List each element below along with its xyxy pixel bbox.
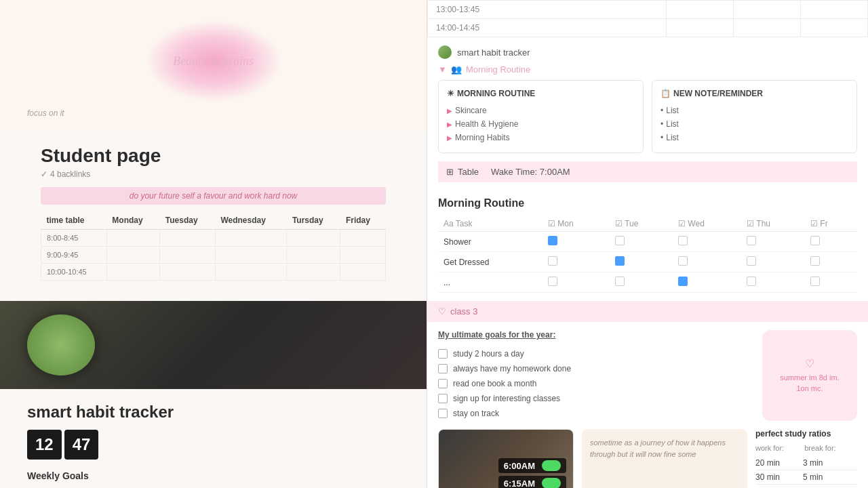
shower-tue-checkbox[interactable] <box>615 236 625 245</box>
break-label: break for: <box>804 444 835 452</box>
morning-table-section: Morning Routine Aa Task ☑ Mon ☑ Tue <box>427 197 868 301</box>
cell-3-thu[interactable] <box>287 264 340 281</box>
time-slot-2: 9:00-9:45 <box>41 247 107 264</box>
goals-list: My ultimate goals for the year: study 2 … <box>438 330 751 421</box>
cell-2-fri[interactable] <box>340 247 386 264</box>
class3-label: class 3 <box>450 306 477 317</box>
shower-tue-cell[interactable] <box>610 232 673 252</box>
timetable-col-monday: Monday <box>106 211 159 230</box>
dressed-wed-cell[interactable] <box>673 252 741 272</box>
class3-header: ♡ class 3 <box>427 301 868 322</box>
other-wed-cell[interactable] <box>673 272 741 293</box>
table-label-wake: Table <box>458 167 479 177</box>
ratio-row-2: 30 min 5 min <box>755 470 857 485</box>
habit-avatar <box>438 45 452 59</box>
schedule-cell-1-1 <box>667 1 734 19</box>
cell-2-wed[interactable] <box>215 247 286 264</box>
time-minutes: 47 <box>64 430 99 460</box>
student-page-section: Student page ✓ 4 backlinks do your futur… <box>0 131 427 301</box>
dressed-mon-checkbox[interactable] <box>548 256 557 266</box>
morning-routine-card: ☀ MORNING ROUTINE ▶ Skincare ▶ Health & … <box>438 80 644 153</box>
other-tue-cell[interactable] <box>610 272 673 293</box>
time-slot-3: 10:00-10:45 <box>41 264 107 281</box>
shower-fr-checkbox[interactable] <box>810 236 820 245</box>
timetable-row-1: 8:00-8:45 <box>41 230 386 247</box>
schedule-time-1: 13:00-13:45 <box>428 1 667 19</box>
right-panel: 13:00-13:45 14:00-14:45 smart habit trac… <box>427 0 868 488</box>
alarm-1-time: 6:00AM <box>504 461 535 471</box>
task-row-dressed: Get Dressed <box>438 252 857 272</box>
other-thu-checkbox[interactable] <box>747 277 756 286</box>
goal-cb-3[interactable] <box>438 379 448 388</box>
other-fr-checkbox[interactable] <box>810 277 820 286</box>
page-title: Student page <box>41 145 386 167</box>
alarm-1-toggle[interactable] <box>542 460 561 471</box>
shower-mon-checkbox[interactable] <box>548 236 557 245</box>
cell-3-tue[interactable] <box>160 264 216 281</box>
shower-wed-checkbox[interactable] <box>678 236 688 245</box>
dressed-fr-checkbox[interactable] <box>810 256 820 266</box>
other-tue-checkbox[interactable] <box>615 277 625 286</box>
cell-1-wed[interactable] <box>215 230 286 247</box>
goal-label-4: sign up for interesting classes <box>453 394 560 403</box>
task-other-name: ... <box>438 272 542 293</box>
dressed-tue-checkbox[interactable] <box>615 256 625 266</box>
hero-section: Beauty & brains focus on it <box>0 0 427 131</box>
cell-1-fri[interactable] <box>340 230 386 247</box>
other-fr-cell[interactable] <box>805 272 857 293</box>
cell-3-mon[interactable] <box>106 264 159 281</box>
dressed-tue-cell[interactable] <box>610 252 673 272</box>
task-shower-name: Shower <box>438 232 542 252</box>
cell-3-fri[interactable] <box>340 264 386 281</box>
ratio-labels: work for: break for: <box>755 444 857 452</box>
dressed-fr-cell[interactable] <box>805 252 857 272</box>
cell-3-wed[interactable] <box>215 264 286 281</box>
alarm-1: 6:00AM <box>498 458 566 473</box>
shower-thu-cell[interactable] <box>741 232 805 252</box>
study-ratio-card: perfect study ratios work for: break for… <box>755 429 857 488</box>
cell-2-mon[interactable] <box>106 247 159 264</box>
other-thu-cell[interactable] <box>741 272 805 293</box>
schedule-row-1: 13:00-13:45 <box>428 1 868 19</box>
other-mon-cell[interactable] <box>542 272 610 293</box>
cell-1-mon[interactable] <box>106 230 159 247</box>
note-list-2: • List <box>660 117 848 131</box>
goal-cb-1[interactable] <box>438 349 448 359</box>
alarm-2-toggle[interactable] <box>542 478 561 488</box>
other-wed-checkbox[interactable] <box>678 277 688 286</box>
goal-cb-5[interactable] <box>438 409 448 418</box>
habit-section: smart habit tracker 12 47 Weekly Goals ▶… <box>0 389 427 488</box>
cell-1-thu[interactable] <box>287 230 340 247</box>
dressed-mon-cell[interactable] <box>542 252 610 272</box>
goal-cb-2[interactable] <box>438 364 448 373</box>
cell-2-thu[interactable] <box>287 247 340 264</box>
dressed-wed-checkbox[interactable] <box>678 256 688 266</box>
focus-text: focus on it <box>14 108 413 118</box>
dressed-thu-checkbox[interactable] <box>747 256 756 266</box>
ratio-row-1: 20 min 3 min <box>755 456 857 470</box>
goal-cb-4[interactable] <box>438 394 448 403</box>
goal-item-5: stay on track <box>438 406 751 421</box>
routine-row: ▼ 👥 Morning Routine <box>438 64 857 75</box>
motivational-banner: do your future self a favour and work ha… <box>41 187 386 205</box>
habit-tracker-header: smart habit tracker <box>438 45 857 59</box>
ratio-work-2: 30 min <box>755 472 789 482</box>
time-slot-1: 8:00-8:45 <box>41 230 107 247</box>
bullet-3: • <box>660 133 663 142</box>
health-item: ▶ Health & Hygiene <box>447 117 635 131</box>
shower-wed-cell[interactable] <box>673 232 741 252</box>
shower-fr-cell[interactable] <box>805 232 857 252</box>
cell-1-tue[interactable] <box>160 230 216 247</box>
shower-mon-cell[interactable] <box>542 232 610 252</box>
weekly-goals-title: Weekly Goals <box>27 470 399 481</box>
backlinks-icon: ✓ <box>41 169 47 179</box>
dressed-thu-cell[interactable] <box>741 252 805 272</box>
bullet-1: • <box>660 106 663 115</box>
cell-2-tue[interactable] <box>160 247 216 264</box>
summer-text: summer im 8d im. 1on mc. <box>773 373 846 394</box>
backlinks: ✓ 4 backlinks <box>41 169 386 179</box>
other-mon-checkbox[interactable] <box>548 277 557 286</box>
shower-thu-checkbox[interactable] <box>747 236 756 245</box>
heart-icon-class3: ♡ <box>438 306 446 317</box>
twitter-card: 6:00AM 6:15AM 1:08 a.m. · 27/08/22 · Twi… <box>438 429 574 488</box>
